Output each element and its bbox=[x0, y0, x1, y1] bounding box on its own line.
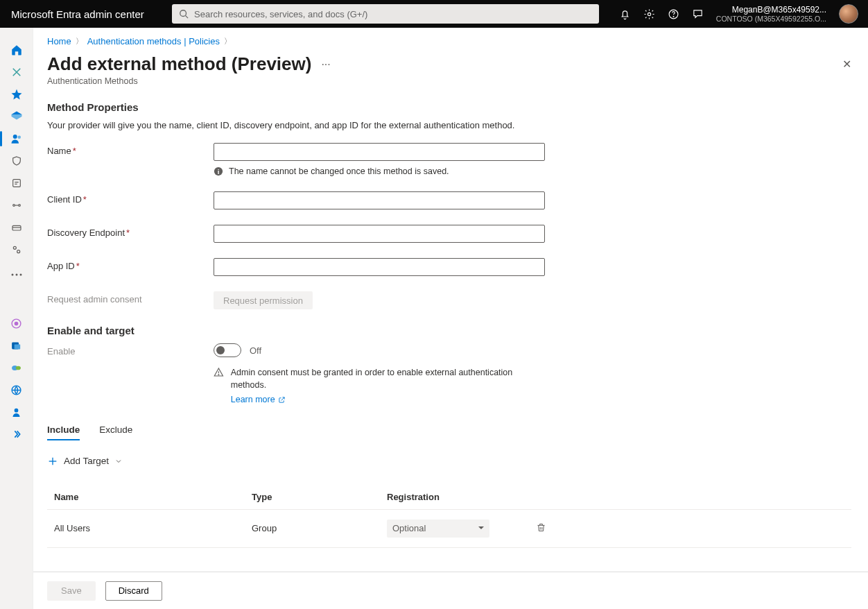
svg-point-27 bbox=[218, 375, 219, 375]
nav-users-icon[interactable] bbox=[6, 129, 28, 148]
svg-rect-7 bbox=[12, 180, 20, 187]
nav-favorites-icon[interactable] bbox=[6, 85, 28, 104]
app-id-label: App ID* bbox=[47, 258, 214, 271]
svg-point-12 bbox=[17, 250, 19, 253]
app-id-input[interactable] bbox=[214, 258, 545, 276]
svg-point-14 bbox=[15, 274, 17, 276]
nav-app5-icon[interactable] bbox=[6, 402, 28, 422]
name-input[interactable] bbox=[214, 143, 545, 161]
breadcrumb: Home 〉 Authentication methods | Policies… bbox=[47, 36, 854, 46]
topbar-right: MeganB@M365x49592... CONTOSO (M365X49592… bbox=[619, 0, 868, 28]
search-icon bbox=[179, 9, 189, 19]
page-title: Add external method (Preview) bbox=[47, 53, 311, 75]
svg-point-4 bbox=[673, 16, 674, 17]
name-help-text: The name cannot be changed once this met… bbox=[229, 166, 449, 176]
breadcrumb-auth-methods[interactable]: Authentication methods | Policies bbox=[87, 36, 220, 46]
plus-icon bbox=[47, 456, 58, 467]
breadcrumb-home[interactable]: Home bbox=[47, 36, 71, 46]
svg-point-21 bbox=[16, 366, 21, 370]
name-label: Name* bbox=[47, 143, 214, 156]
nav-more-icon[interactable] bbox=[6, 265, 28, 284]
svg-point-13 bbox=[11, 274, 13, 276]
search-placeholder: Search resources, services, and docs (G+… bbox=[194, 9, 367, 19]
add-target-button[interactable]: Add Target bbox=[47, 456, 123, 467]
svg-point-23 bbox=[15, 408, 19, 412]
settings-icon[interactable] bbox=[643, 8, 655, 20]
nav-settings-icon[interactable] bbox=[6, 240, 28, 259]
col-header-type: Type bbox=[245, 486, 380, 510]
feedback-icon[interactable] bbox=[692, 8, 704, 20]
svg-rect-19 bbox=[15, 344, 21, 349]
nav-governance-icon[interactable] bbox=[6, 173, 28, 193]
svg-point-5 bbox=[12, 135, 17, 139]
row-type: Group bbox=[245, 509, 380, 547]
page-title-bar: Add external method (Preview) ··· ✕ bbox=[47, 53, 854, 75]
enable-toggle[interactable] bbox=[214, 343, 241, 357]
chevron-right-icon: 〉 bbox=[76, 36, 83, 46]
discovery-label: Discovery Endpoint* bbox=[47, 225, 214, 238]
section-method-properties: Method Properties bbox=[47, 101, 851, 113]
top-bar: Microsoft Entra admin center Search reso… bbox=[0, 0, 868, 28]
svg-point-17 bbox=[15, 321, 19, 325]
warning-text: Admin consent must be granted in order t… bbox=[231, 368, 513, 390]
client-id-label: Client ID* bbox=[47, 191, 214, 205]
main-panel: Home 〉 Authentication methods | Policies… bbox=[33, 28, 868, 609]
delete-row-icon[interactable] bbox=[536, 524, 546, 535]
registration-select[interactable]: Optional bbox=[387, 520, 489, 538]
nav-app3-icon[interactable] bbox=[6, 358, 28, 377]
nav-external-icon[interactable] bbox=[6, 196, 28, 215]
svg-point-2 bbox=[648, 12, 650, 15]
avatar[interactable] bbox=[839, 4, 858, 24]
client-id-input[interactable] bbox=[214, 191, 545, 209]
nav-app4-icon[interactable] bbox=[6, 380, 28, 400]
svg-text:i: i bbox=[218, 168, 220, 175]
close-icon[interactable]: ✕ bbox=[842, 58, 854, 71]
col-header-name: Name bbox=[47, 486, 245, 510]
info-icon: i bbox=[214, 166, 223, 176]
more-actions-icon[interactable]: ··· bbox=[321, 58, 330, 71]
help-icon[interactable] bbox=[668, 8, 679, 20]
section-enable-target: Enable and target bbox=[47, 325, 851, 336]
learn-more-link[interactable]: Learn more bbox=[231, 394, 286, 406]
warning-icon bbox=[214, 367, 224, 377]
footer-bar: Save Discard bbox=[33, 572, 868, 609]
save-button[interactable]: Save bbox=[47, 581, 96, 601]
request-permission-button[interactable]: Request permission bbox=[214, 291, 313, 309]
row-name: All Users bbox=[47, 509, 245, 547]
svg-point-11 bbox=[13, 246, 16, 249]
nav-app2-icon[interactable] bbox=[6, 336, 28, 355]
tab-include[interactable]: Include bbox=[47, 424, 80, 440]
global-search[interactable]: Search resources, services, and docs (G+… bbox=[172, 4, 599, 24]
page-subtitle: Authentication Methods bbox=[47, 76, 854, 86]
nav-home-icon[interactable] bbox=[6, 40, 28, 60]
tab-exclude[interactable]: Exclude bbox=[99, 424, 132, 440]
svg-point-6 bbox=[17, 136, 21, 139]
nav-diagnose-icon[interactable] bbox=[6, 62, 28, 82]
nav-identity-icon[interactable] bbox=[6, 107, 28, 126]
nav-billing-icon[interactable] bbox=[6, 218, 28, 237]
toggle-state-label: Off bbox=[250, 345, 261, 356]
page-content: Method Properties Your provider will giv… bbox=[47, 101, 854, 572]
add-target-label: Add Target bbox=[64, 456, 109, 466]
nav-protection-icon[interactable] bbox=[6, 151, 28, 171]
section-description: Your provider will give you the name, cl… bbox=[47, 120, 851, 130]
brand-title: Microsoft Entra admin center bbox=[0, 8, 172, 20]
svg-line-1 bbox=[186, 16, 189, 19]
user-block[interactable]: MeganB@M365x49592... CONTOSO (M365X49592… bbox=[716, 5, 826, 24]
nav-app1-icon[interactable] bbox=[6, 314, 28, 333]
col-header-registration: Registration bbox=[380, 486, 529, 510]
consent-label: Request admin consent bbox=[47, 291, 214, 304]
discovery-input[interactable] bbox=[214, 225, 545, 243]
svg-point-15 bbox=[19, 274, 21, 276]
notifications-icon[interactable] bbox=[619, 8, 631, 20]
chevron-right-icon: 〉 bbox=[224, 36, 232, 46]
target-tabs: Include Exclude bbox=[47, 424, 851, 440]
svg-point-0 bbox=[180, 10, 186, 17]
user-tenant: CONTOSO (M365X49592255.O... bbox=[716, 15, 826, 24]
svg-rect-10 bbox=[12, 225, 21, 230]
left-nav-rail bbox=[0, 28, 33, 609]
enable-label: Enable bbox=[47, 343, 214, 357]
nav-expand-icon[interactable] bbox=[6, 424, 28, 444]
table-row: All Users Group Optional bbox=[47, 509, 851, 547]
discard-button[interactable]: Discard bbox=[105, 581, 162, 601]
